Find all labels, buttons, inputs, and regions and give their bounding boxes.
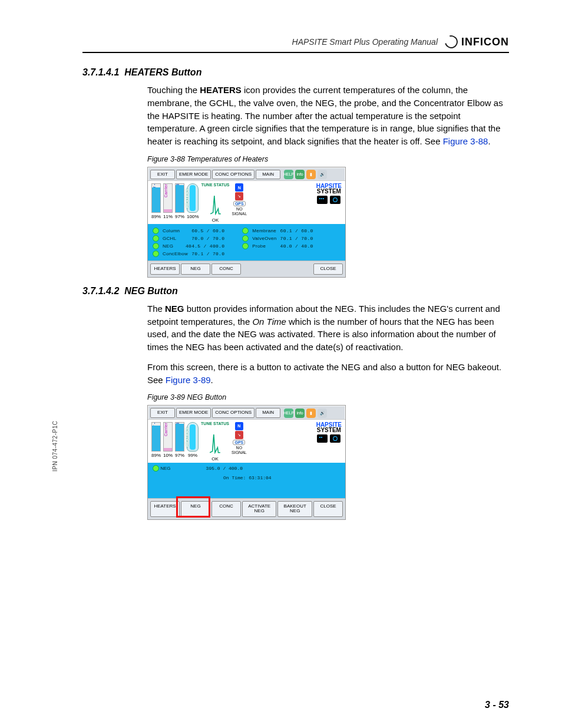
keyboard-icon[interactable] <box>317 196 328 204</box>
heater-row: ConcElbow70.1 / 70.0 <box>153 251 224 257</box>
neg-panel: NEG 395.0 / 400.0 On Time: 63:31:04 <box>148 463 345 498</box>
battery-gauge: + Battery - 89% <box>151 183 161 223</box>
conc-button[interactable]: CONC <box>211 263 241 274</box>
info-icon[interactable]: info <box>295 170 305 179</box>
link-figure-3-88[interactable]: Figure 3-88 <box>443 136 488 146</box>
volume-icon: 🔊 <box>318 409 327 418</box>
figure-3-89: EXIT EMER MODE CONC OPTIONS MAIN HELP in… <box>147 405 346 519</box>
emer-mode-button[interactable]: EMER MODE <box>176 408 211 417</box>
manual-title: HAPSITE Smart Plus Operating Manual <box>292 37 438 47</box>
intstd-gauge: Int Std 97% <box>175 422 184 462</box>
gear-icon[interactable] <box>330 434 340 443</box>
svg-rect-2 <box>321 198 322 199</box>
hapsite-system-logo: HAPSITE SYSTEM <box>316 422 342 462</box>
close-button[interactable]: CLOSE <box>313 501 343 517</box>
tune-status: TUNE STATUS OK <box>201 183 230 223</box>
main-button[interactable]: MAIN <box>256 408 280 417</box>
close-button[interactable]: CLOSE <box>313 263 343 274</box>
para-neg-1: The NEG button provides information abou… <box>147 302 509 354</box>
heater-row: ValveOven70.1 / 70.0 <box>242 235 313 242</box>
para-neg-2: From this screen, there is a button to a… <box>147 361 509 387</box>
heater-row: GCHL70.0 / 70.0 <box>153 235 224 242</box>
conc-options-button[interactable]: CONC OPTIONS <box>212 408 254 417</box>
heaters-thermometer: HEATERS 99% <box>187 422 199 462</box>
heater-row: Membrane60.1 / 60.0 <box>242 228 313 234</box>
para-heaters: Touching the HEATERS icon provides the c… <box>147 84 509 148</box>
side-ipn: IPN 074-472-P1C <box>52 421 58 472</box>
conc-button[interactable]: CONC <box>211 501 241 517</box>
help-icon[interactable]: HELP <box>284 409 293 418</box>
heaters-button[interactable]: HEATERS <box>150 501 180 517</box>
link-figure-3-89[interactable]: Figure 3-89 <box>166 375 211 385</box>
exit-button[interactable]: EXIT <box>150 408 175 417</box>
svg-point-8 <box>333 436 338 440</box>
caption-fig89: Figure 3-89 NEG Button <box>147 393 509 401</box>
running-header: HAPSITE Smart Plus Operating Manual INFI… <box>82 35 509 53</box>
info-icon[interactable]: info <box>295 409 305 418</box>
svg-rect-6 <box>319 437 320 438</box>
brand-text: INFICON <box>461 36 509 48</box>
heading-neg: 3.7.1.4.2 NEG Button <box>82 286 509 297</box>
intstd-gauge: Int Std 97% <box>175 183 184 223</box>
neg-button[interactable]: NEG <box>181 263 210 274</box>
battery-icon: ▮ <box>306 170 316 179</box>
bakeout-neg-button[interactable]: BAKEOUT NEG <box>277 501 312 517</box>
carrier-gauge: Carrier 10% <box>163 422 173 462</box>
figure-3-88: EXIT EMER MODE CONC OPTIONS MAIN HELP in… <box>147 167 346 278</box>
heaters-panel: Column60.5 / 60.0GCHL70.0 / 70.0NEG404.5… <box>148 224 345 261</box>
heater-row: Probe40.0 / 40.0 <box>242 243 313 249</box>
heater-row: NEG404.5 / 400.0 <box>153 243 224 249</box>
heading-heaters: 3.7.1.4.1 HEATERS Button <box>82 67 509 78</box>
battery-icon: ▮ <box>306 409 316 418</box>
swirl-icon <box>442 33 460 51</box>
exit-button[interactable]: EXIT <box>150 170 175 179</box>
emer-mode-button[interactable]: EMER MODE <box>176 170 211 179</box>
neg-button[interactable]: NEG <box>181 501 210 517</box>
svg-rect-7 <box>321 437 322 438</box>
svg-rect-3 <box>323 198 324 199</box>
heaters-thermometer: HEATERS 100% <box>187 183 199 223</box>
svg-point-4 <box>333 198 338 202</box>
main-button[interactable]: MAIN <box>256 170 280 179</box>
page-number: 3 - 53 <box>485 700 509 710</box>
heater-row: Column60.5 / 60.0 <box>153 228 224 234</box>
volume-icon: 🔊 <box>318 170 327 179</box>
conc-options-button[interactable]: CONC OPTIONS <box>212 170 254 179</box>
signal-column: N ↘ GPS NO SIGNAL <box>232 183 247 223</box>
help-icon[interactable]: HELP <box>284 170 293 179</box>
activate-neg-button[interactable]: ACTIVATE NEG <box>242 501 276 517</box>
carrier-gauge: Carrier 11% <box>163 183 173 223</box>
tune-status: TUNE STATUS OK <box>201 422 229 462</box>
hapsite-system-logo: HAPSITE SYSTEM <box>316 183 342 223</box>
svg-rect-1 <box>319 198 320 199</box>
brand-logo: INFICON <box>445 35 509 48</box>
keyboard-icon[interactable] <box>317 434 328 443</box>
signal-column: N ↘ GPS NO SIGNAL <box>232 422 247 462</box>
battery-gauge: + Battery - 89% <box>151 422 161 462</box>
heaters-button[interactable]: HEATERS <box>150 263 180 274</box>
gear-icon[interactable] <box>330 196 340 204</box>
caption-fig88: Figure 3-88 Temperatures of Heaters <box>147 155 509 163</box>
